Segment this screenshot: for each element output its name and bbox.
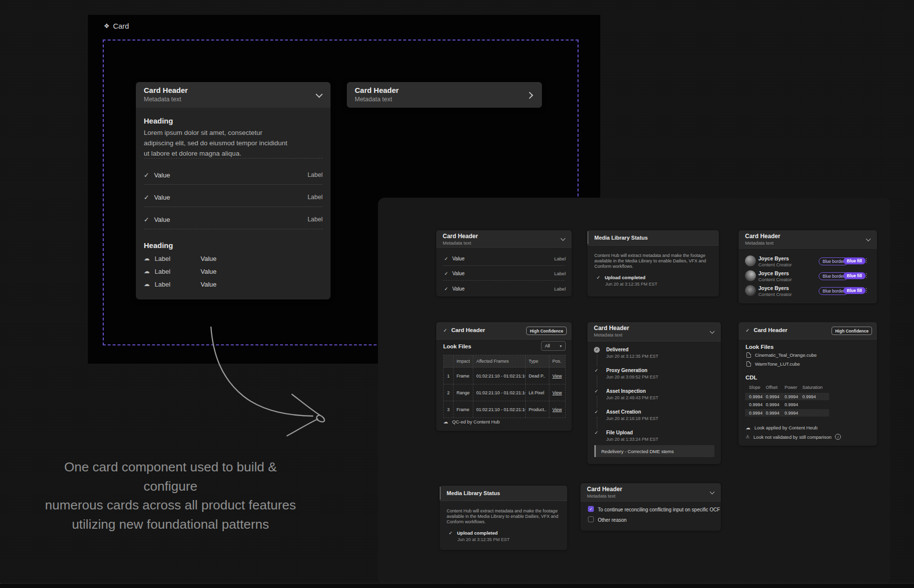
cdl-value: 0.9994 [749,402,763,407]
frame-title[interactable]: ❖ Card [104,22,129,30]
card-header[interactable]: Media Library Status [587,230,719,246]
note-text: Redelivery - Corrected DME stems [601,449,674,454]
table-cell: Frame [454,368,473,384]
card-header-metadata: Metadata text [745,240,774,246]
table-cell: Dead P.. [526,368,549,384]
row-label: Label [293,216,323,223]
view-link[interactable]: View [552,374,562,378]
avatar [745,255,756,266]
card-header[interactable]: Card Header Metadata text [739,230,877,249]
row-label: Label [554,256,566,261]
cdl-value: 0.9994 [766,411,780,416]
card-reasons[interactable]: Card Header Metadata text ✓ To continue … [581,483,721,531]
row-value: Value [154,171,170,179]
value-row: ✓ Value [444,285,464,293]
badge-blue-fill: Blue fill [843,257,866,264]
card-header-title: Card Header [594,325,629,332]
cloud-icon: ☁ [443,419,448,424]
person-name: Joyce Byers [758,285,789,291]
table-cell: 01:02:21:10 - 01:02:21:10 [473,368,526,384]
cdl-value: 0.9994 [785,411,798,416]
chevron-down-icon[interactable] [316,91,323,98]
card-media-status[interactable]: Media Library Status Content Hub will ex… [440,486,567,550]
dropdown-arrow-icon: ▾ [560,344,562,348]
section-title: CDL [746,375,757,380]
badge-blue-fill: Blue fill [843,287,866,294]
divider [144,158,323,159]
delivered-status-icon: ✓ [594,347,600,353]
table-header-cell: Type [526,355,549,367]
status-row: ✓ Upload completed [596,275,645,280]
high-confidence-badge: High Confidence [526,327,567,335]
table-row[interactable]: 2 Range 01:02:21:10 - 01:02:21:10 Lit Pi… [444,384,565,401]
card-values[interactable]: Card Header Metadata text ✓ Value Label … [436,230,572,296]
timeline-step-title: File Upload [606,430,633,435]
timeline-step-title: Asset Inspection [606,388,646,394]
collapsed-card[interactable]: Card Header Metadata text [347,82,542,108]
checkbox-label: To continue reconciling conflicting inpu… [598,507,720,512]
card-header-metadata: Metadata text [355,96,392,103]
card-header-title: Card Header [144,86,188,94]
card-header[interactable]: Media Library Status [440,486,567,501]
badge-blue-fill: Blue fill [843,272,866,279]
collapsed-card-header[interactable]: Card Header Metadata text [347,82,542,108]
checkbox-checked[interactable]: ✓ [588,506,594,512]
divider [443,280,565,281]
kebab-menu-icon[interactable]: ⋮ [864,287,869,294]
filter-dropdown[interactable]: All ▾ [541,341,566,351]
table-row[interactable]: 1 Frame 01:02:21:10 - 01:02:21:10 Dead P… [444,368,565,384]
view-link[interactable]: View [552,407,562,412]
file-row[interactable]: WarmTone_LUT.cube [747,361,800,367]
person-name: Joyce Byers [758,270,789,276]
kebab-menu-icon[interactable]: ⋮ [864,272,869,279]
kebab-menu-icon[interactable]: ⋮ [864,257,869,264]
cdl-value: 0.9994 [802,394,816,399]
card-timeline[interactable]: Card Header Metadata text ✓ Delivered Ju… [587,322,721,464]
check-icon: ✓ [144,216,149,223]
cloud-icon: ☁ [746,425,750,430]
table-row[interactable]: 3 Frame 01:02:21:10 - 01:02:21:10 Produc… [444,401,565,418]
chevron-down-icon[interactable] [710,490,715,495]
redelivery-note[interactable]: Redelivery - Corrected DME stems [594,445,714,457]
table-cell: Range [454,384,473,401]
timeline-step-timestamp: Jun 20 at 2:49:43 PM EST [606,395,659,400]
chevron-right-icon[interactable] [526,92,533,99]
chevron-down-icon[interactable] [710,329,715,334]
checkbox-unchecked[interactable] [588,516,594,522]
demo-card-header[interactable]: Card Header Metadata text [136,82,331,108]
avatar [745,270,756,281]
chevron-down-icon[interactable] [866,237,871,242]
row-value: Value [452,271,464,276]
kv-row: ☁ Label Value [144,267,216,276]
card-header[interactable]: ✓ Card Header High Confidence [436,322,572,339]
timeline-step-title: Proxy Generation [606,368,647,373]
status-title: Upload completed [457,530,498,536]
kv-label: Label [155,255,201,262]
kv-value: Value [201,268,216,275]
timeline-step-timestamp: Jun 20 at 2:16:18 PM EST [606,416,659,421]
status-title: Upload completed [605,275,645,280]
view-link[interactable]: View [552,390,562,395]
card-header[interactable]: Card Header Metadata text [436,230,572,248]
chevron-down-icon[interactable] [561,236,566,241]
file-row[interactable]: Cinematic_Teal_Orange.cube [747,352,817,358]
card-header[interactable]: ✓ Card Header High Confidence [739,322,877,339]
card-cdl[interactable]: ✓ Card Header High Confidence Look Files… [739,322,877,446]
card-header[interactable]: Card Header Metadata text [581,483,721,502]
card-people[interactable]: Card Header Metadata text Joyce Byers Co… [739,230,877,303]
footnote-text: QC-ed by Content Hub [452,419,500,424]
demo-card[interactable]: Card Header Metadata text Heading Lorem … [136,82,331,299]
value-row: ✓ Value [144,214,170,224]
warning-icon: ⚠ [746,434,749,439]
card-look-files-table[interactable]: ✓ Card Header High Confidence Look Files… [436,322,572,431]
timeline-step-timestamp: Jun 20 at 3:09:52 PM EST [606,375,659,379]
caption-line: utilizing new foundational patterns [39,515,302,534]
cdl-column-header: Power [785,385,797,390]
section-title: Look Files [746,344,774,350]
info-icon[interactable]: i [835,434,841,440]
card-media-status[interactable]: Media Library Status Content Hub will ex… [587,230,719,296]
description-line: available in the Media Library to enable… [447,514,558,519]
card-header[interactable]: Card Header Metadata text [587,322,721,341]
row-value: Value [154,194,170,201]
look-applied-footnote: ☁ Look applied by Content Heub [746,425,818,430]
